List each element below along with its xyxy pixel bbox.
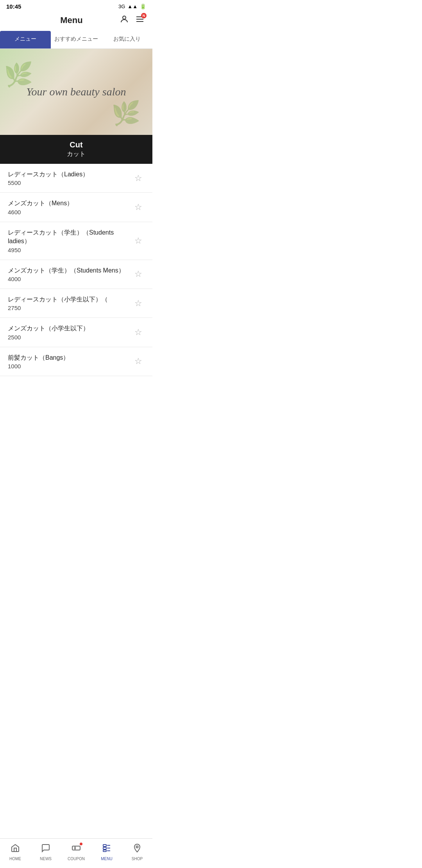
favorite-button[interactable]: ☆ <box>132 269 145 279</box>
status-icons: 3G ▲▲ 🔋 <box>118 4 146 9</box>
tab-bar: メニュー おすすめメニュー お気に入り <box>0 31 152 49</box>
item-price: 2750 <box>8 305 108 311</box>
header-actions: N <box>120 14 145 26</box>
item-price: 5500 <box>8 179 89 186</box>
favorite-button[interactable]: ☆ <box>132 327 145 337</box>
content-area: 🌿 Your own beauty salon 🌿 Cut カット レディースカ… <box>0 49 152 407</box>
item-name: メンズカット（Mens） <box>8 199 73 208</box>
section-header: Cut カット <box>0 135 152 164</box>
item-name: メンズカット（学生）（Students Mens） <box>8 266 125 275</box>
item-name: レディースカット（Ladies） <box>8 170 89 179</box>
favorite-button[interactable]: ☆ <box>132 202 145 212</box>
status-bar: 10:45 3G ▲▲ 🔋 <box>0 0 152 11</box>
list-item[interactable]: レディースカット（Ladies） 5500 ☆ <box>0 164 152 193</box>
list-item[interactable]: レディースカット（学生）（Students ladies） 4950 ☆ <box>0 222 152 260</box>
svg-point-0 <box>123 16 126 19</box>
tab-recommended[interactable]: おすすめメニュー <box>51 31 102 48</box>
item-price: 4950 <box>8 247 132 253</box>
item-price: 1000 <box>8 363 69 369</box>
battery-icon: 🔋 <box>140 4 146 9</box>
signal-icon: 3G <box>118 4 125 9</box>
page-title: Menu <box>60 15 82 25</box>
menu-list: レディースカット（Ladies） 5500 ☆ メンズカット（Mens） 460… <box>0 164 152 376</box>
favorite-button[interactable]: ☆ <box>132 236 145 246</box>
profile-icon[interactable] <box>120 14 129 26</box>
favorite-button[interactable]: ☆ <box>132 356 145 366</box>
section-title-en: Cut <box>5 140 147 149</box>
banner-text: Your own beauty salon <box>27 86 126 98</box>
notification-badge: N <box>141 13 147 18</box>
tab-favorites[interactable]: お気に入り <box>102 31 152 48</box>
item-name: レディースカット（学生）（Students ladies） <box>8 228 132 246</box>
list-item[interactable]: メンズカット（学生）（Students Mens） 4000 ☆ <box>0 260 152 289</box>
item-price: 2500 <box>8 334 89 341</box>
item-price: 4600 <box>8 209 73 215</box>
leaf-decoration-right: 🌿 <box>111 99 141 127</box>
banner: 🌿 Your own beauty salon 🌿 <box>0 49 152 135</box>
status-time: 10:45 <box>6 3 21 10</box>
list-item[interactable]: メンズカット（小学生以下） 2500 ☆ <box>0 318 152 347</box>
section-title-ja: カット <box>5 150 147 158</box>
item-name: メンズカット（小学生以下） <box>8 324 89 333</box>
item-name: 前髪カット（Bangs） <box>8 353 69 362</box>
favorite-button[interactable]: ☆ <box>132 298 145 308</box>
menu-icon[interactable]: N <box>135 14 145 26</box>
list-item[interactable]: 前髪カット（Bangs） 1000 ☆ <box>0 347 152 376</box>
list-item[interactable]: メンズカット（Mens） 4600 ☆ <box>0 193 152 222</box>
favorite-button[interactable]: ☆ <box>132 173 145 183</box>
list-item[interactable]: レディースカット（小学生以下）（ 2750 ☆ <box>0 289 152 318</box>
wifi-icon: ▲▲ <box>127 4 138 9</box>
item-name: レディースカット（小学生以下）（ <box>8 295 108 304</box>
item-price: 4000 <box>8 276 125 282</box>
header: Menu N <box>0 11 152 31</box>
tab-menu[interactable]: メニュー <box>0 31 51 48</box>
leaf-decoration-left: 🌿 <box>4 61 33 88</box>
